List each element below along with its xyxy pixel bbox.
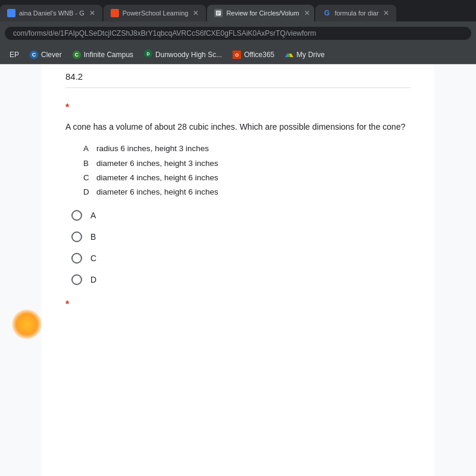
choice-row-b: B diameter 6 inches, height 3 inches	[83, 158, 411, 170]
address-bar-row: com/forms/d/e/1FAIpQLSeDtcjICZShJ8xBrY1q…	[0, 21, 476, 45]
choice-letter-c: C	[83, 172, 92, 184]
choice-letter-d: D	[83, 186, 92, 198]
bookmark-infinite[interactable]: C Infinite Campus	[68, 49, 138, 60]
radio-circle-c[interactable]	[71, 253, 82, 264]
score-value: 84.2	[65, 71, 83, 82]
tab-close-ps[interactable]: ✕	[193, 9, 199, 17]
choice-letter-b: B	[83, 158, 92, 170]
tab-close-wnb[interactable]: ✕	[89, 9, 95, 17]
bookmark-mydrive-label: My Drive	[296, 51, 324, 59]
radio-options: A B C D	[65, 210, 411, 285]
svg-text:O: O	[235, 52, 239, 58]
infinite-campus-icon: C	[73, 51, 81, 59]
radio-option-b[interactable]: B	[71, 231, 411, 242]
score-display: 84.2	[65, 64, 411, 88]
radio-option-a[interactable]: A	[71, 210, 411, 221]
bookmark-mydrive[interactable]: My Drive	[280, 49, 329, 60]
office365-icon: O	[233, 51, 241, 59]
tab-bar: aina Daniel's WNB - G ✕ PowerSchool Lear…	[0, 0, 476, 21]
bookmark-dunwoody-label: Dunwoody High Sc...	[155, 51, 222, 59]
drive-icon	[285, 51, 293, 59]
dunwoody-icon: D	[144, 49, 152, 60]
radio-circle-b[interactable]	[71, 231, 82, 242]
choice-row-a: A radius 6 inches, height 3 inches	[83, 143, 411, 155]
clever-icon: C	[30, 51, 38, 59]
radio-label-d: D	[90, 275, 96, 284]
choice-text-b: diameter 6 inches, height 3 inches	[96, 158, 218, 170]
tab-label-review: Review for Circles/Volum	[226, 10, 299, 17]
choice-letter-a: A	[83, 143, 92, 155]
radio-circle-a[interactable]	[71, 210, 82, 221]
tab-powerschool[interactable]: PowerSchool Learning ✕	[104, 5, 206, 21]
choice-text-a: radius 6 inches, height 3 inches	[96, 143, 209, 155]
bookmark-clever[interactable]: C Clever	[25, 49, 67, 60]
tab-favicon-g: G	[322, 9, 331, 17]
radio-label-a: A	[90, 211, 96, 220]
tab-favicon-ps	[111, 9, 119, 17]
question-block: * A cone has a volume of about 28 cubic …	[65, 88, 411, 320]
choice-text-d: diameter 6 inches, height 6 inches	[96, 186, 218, 198]
radio-label-c: C	[90, 253, 96, 263]
question-text: A cone has a volume of about 28 cubic in…	[65, 120, 411, 133]
page-content: 84.2 * A cone has a volume of about 28 c…	[0, 64, 476, 476]
bookmark-dunwoody[interactable]: D Dunwoody High Sc...	[139, 48, 227, 61]
bookmarks-bar: EP C Clever C Infinite Campus D Dunwoody…	[0, 45, 476, 64]
bookmark-clever-label: Clever	[41, 51, 62, 59]
tab-label-formula: formula for diar	[334, 10, 378, 17]
tab-favicon-review	[214, 9, 223, 17]
bookmark-office365-label: Office365	[244, 51, 274, 59]
address-bar[interactable]: com/forms/d/e/1FAIpQLSeDtcjICZShJ8xBrY1q…	[5, 27, 471, 40]
tab-label-ps: PowerSchool Learning	[123, 10, 189, 17]
radio-option-d[interactable]: D	[71, 274, 411, 285]
tab-close-review[interactable]: ✕	[304, 9, 310, 17]
required-marker-bottom: *	[65, 299, 411, 310]
address-text: com/forms/d/e/1FAIpQLSeDtcjICZShJ8xBrY1q…	[13, 29, 316, 37]
tab-formula[interactable]: G formula for diar ✕	[315, 5, 396, 21]
bookmark-office365[interactable]: O Office365	[228, 49, 279, 60]
browser-chrome: aina Daniel's WNB - G ✕ PowerSchool Lear…	[0, 0, 476, 64]
form-container: 84.2 * A cone has a volume of about 28 c…	[42, 64, 434, 476]
tab-label-wnb: aina Daniel's WNB - G	[19, 10, 84, 17]
svg-text:D: D	[147, 52, 150, 56]
required-marker-top: *	[65, 102, 411, 113]
choice-text-c: diameter 4 inches, height 6 inches	[96, 172, 218, 184]
tab-favicon-wnb	[7, 9, 15, 17]
tab-close-formula[interactable]: ✕	[383, 9, 389, 17]
tab-review[interactable]: Review for Circles/Volum ✕	[207, 5, 314, 21]
tab-wnb[interactable]: aina Daniel's WNB - G ✕	[0, 5, 102, 21]
choice-row-d: D diameter 6 inches, height 6 inches	[83, 186, 411, 198]
radio-label-b: B	[90, 232, 96, 242]
radio-option-c[interactable]: C	[71, 253, 411, 264]
radio-circle-d[interactable]	[71, 274, 82, 285]
bookmark-ep-label: EP	[10, 51, 19, 59]
bookmark-ep[interactable]: EP	[5, 49, 24, 60]
choice-row-c: C diameter 4 inches, height 6 inches	[83, 172, 411, 184]
answer-choices: A radius 6 inches, height 3 inches B dia…	[83, 143, 411, 198]
bookmark-infinite-label: Infinite Campus	[84, 51, 133, 59]
